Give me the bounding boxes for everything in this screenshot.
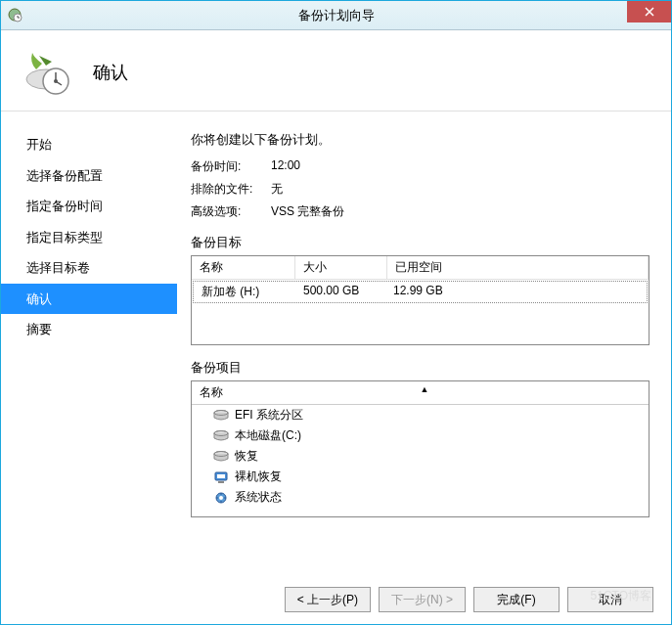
cancel-button[interactable]: 取消 <box>567 587 653 612</box>
advanced-row: 高级选项: VSS 完整备份 <box>191 203 650 220</box>
prev-button[interactable]: < 上一步(P) <box>285 587 371 612</box>
nav-item[interactable]: 确认 <box>1 284 177 315</box>
list-item[interactable]: 本地磁盘(C:) <box>192 425 649 446</box>
nav-item[interactable]: 指定备份时间 <box>1 191 177 222</box>
col-name[interactable]: 名称 <box>192 256 295 279</box>
nav-item[interactable]: 选择备份配置 <box>1 160 177 192</box>
nav-item[interactable]: 指定目标类型 <box>1 222 177 253</box>
item-label: 裸机恢复 <box>235 469 282 485</box>
titlebar: 备份计划向导 <box>1 1 671 30</box>
backup-time-row: 备份时间: 12:00 <box>191 158 650 175</box>
nav-item[interactable]: 选择目标卷 <box>1 252 177 284</box>
nav-item[interactable]: 开始 <box>1 129 177 160</box>
col-used[interactable]: 已用空间 <box>387 256 649 279</box>
items-section-label: 备份项目 <box>191 359 650 377</box>
next-button: 下一步(N) > <box>379 587 466 612</box>
table-row[interactable]: 新加卷 (H:)500.00 GB12.99 GB <box>193 281 648 303</box>
content-pane: 你将创建以下备份计划。 备份时间: 12:00 排除的文件: 无 高级选项: V… <box>177 112 671 591</box>
cell-size: 500.00 GB <box>295 282 385 302</box>
page-title: 确认 <box>93 61 128 84</box>
list-item[interactable]: 恢复 <box>192 446 649 467</box>
gear-icon <box>213 492 229 504</box>
wizard-body: 开始选择备份配置指定备份时间指定目标类型选择目标卷确认摘要 你将创建以下备份计划… <box>1 112 671 591</box>
items-list: 名称 ▲ EFI 系统分区本地磁盘(C:)恢复裸机恢复系统状态 <box>191 380 650 517</box>
app-icon <box>7 7 22 22</box>
cell-name: 新加卷 (H:) <box>194 282 295 302</box>
target-table-header: 名称 大小 已用空间 <box>192 256 649 280</box>
disk-icon <box>213 410 229 422</box>
disk-icon <box>213 451 229 463</box>
item-label: 恢复 <box>235 448 258 465</box>
svg-rect-12 <box>217 474 225 478</box>
close-icon <box>645 7 654 17</box>
list-item[interactable]: EFI 系统分区 <box>192 405 649 425</box>
list-item[interactable]: 系统状态 <box>192 487 649 508</box>
disk-icon <box>213 430 229 442</box>
exclude-label: 排除的文件: <box>191 181 271 198</box>
nav-item[interactable]: 摘要 <box>1 314 177 345</box>
exclude-row: 排除的文件: 无 <box>191 181 650 198</box>
item-label: 系统状态 <box>235 489 282 506</box>
svg-point-15 <box>219 496 223 500</box>
button-bar: < 上一步(P) 下一步(N) > 完成(F) 取消 <box>285 587 653 612</box>
backup-time-label: 备份时间: <box>191 158 271 175</box>
target-section-label: 备份目标 <box>191 234 650 251</box>
item-label: 本地磁盘(C:) <box>235 427 301 444</box>
backup-time-value: 12:00 <box>271 158 300 175</box>
intro-text: 你将创建以下备份计划。 <box>191 131 650 149</box>
target-table: 名称 大小 已用空间 新加卷 (H:)500.00 GB12.99 GB <box>191 255 650 345</box>
col-size[interactable]: 大小 <box>295 256 387 279</box>
cell-used: 12.99 GB <box>385 282 647 302</box>
list-item[interactable]: 裸机恢复 <box>192 467 649 487</box>
sort-indicator-icon: ▲ <box>421 384 429 394</box>
computer-icon <box>213 471 229 483</box>
finish-button[interactable]: 完成(F) <box>473 587 560 612</box>
wizard-icon <box>24 48 73 97</box>
items-header[interactable]: 名称 ▲ <box>192 381 649 405</box>
close-button[interactable] <box>627 1 671 22</box>
wizard-header: 确认 <box>1 30 671 112</box>
exclude-value: 无 <box>271 181 283 198</box>
advanced-value: VSS 完整备份 <box>271 203 344 220</box>
window-title: 备份计划向导 <box>298 7 375 24</box>
advanced-label: 高级选项: <box>191 203 271 220</box>
nav-sidebar: 开始选择备份配置指定备份时间指定目标类型选择目标卷确认摘要 <box>1 112 177 591</box>
item-label: EFI 系统分区 <box>235 407 303 424</box>
items-header-label: 名称 <box>200 384 223 401</box>
svg-rect-13 <box>218 481 224 483</box>
